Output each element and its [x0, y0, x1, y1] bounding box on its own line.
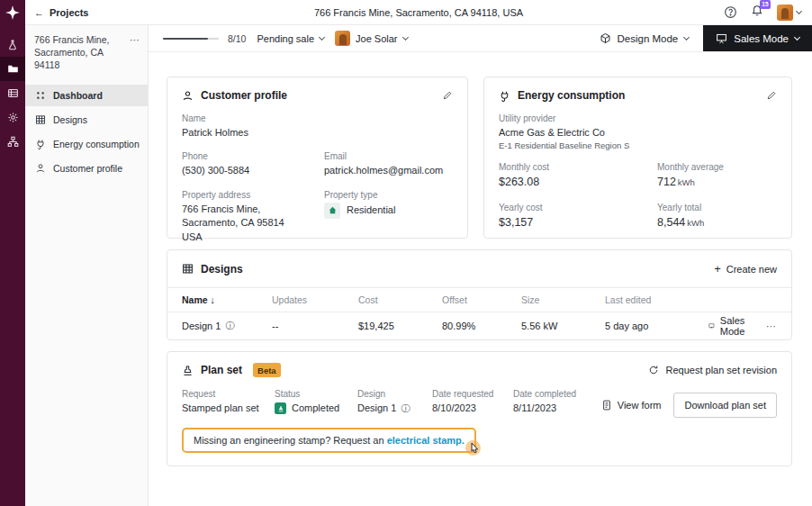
- sort-down-icon[interactable]: ↓: [211, 294, 215, 305]
- request-value: Stamped plan set: [182, 402, 275, 415]
- name-label: Name: [182, 113, 453, 123]
- designs-grid-icon: [182, 263, 194, 275]
- yearly-cost-value: $3,157: [499, 215, 657, 231]
- info-icon[interactable]: ⓘ: [401, 402, 410, 415]
- project-options-ellipsis-icon[interactable]: ⋯: [130, 33, 140, 72]
- design-size: 5.56 kW: [521, 321, 605, 331]
- chevron-down-icon: [319, 33, 325, 40]
- project-address-title: 766 Francis Mine, Sacramento, CA 94118, …: [25, 7, 812, 18]
- yearly-total-value: 8,544: [657, 216, 685, 229]
- edit-pencil-icon[interactable]: [766, 90, 777, 101]
- agent-dropdown[interactable]: Joe Solar: [335, 31, 407, 46]
- notification-count-badge: 15: [760, 0, 771, 9]
- request-plan-set-revision-button[interactable]: Request plan set revision: [648, 365, 777, 375]
- person-icon: [182, 90, 194, 102]
- sidebar-item-label: Energy consumption: [53, 139, 140, 149]
- sales-mode-button[interactable]: Sales Mode: [703, 25, 812, 51]
- plan-set-title: Plan set: [201, 364, 242, 376]
- back-label: Projects: [50, 7, 88, 18]
- email-label: Email: [324, 151, 443, 161]
- back-arrow-icon: ←: [34, 7, 44, 18]
- cube-icon: [600, 32, 611, 44]
- cursor-pointer: [464, 438, 485, 460]
- sidebar-item-designs[interactable]: Designs: [25, 109, 148, 131]
- designs-grid-icon: [35, 114, 46, 125]
- icon-rail: [0, 0, 25, 506]
- sidebar-item-label: Designs: [53, 114, 87, 125]
- monthly-average-value: 712: [657, 176, 676, 188]
- plan-design-value: Design 1: [357, 402, 396, 415]
- property-type-value: Residential: [347, 203, 395, 217]
- edit-pencil-icon[interactable]: [442, 90, 453, 101]
- status-label: Status: [275, 389, 357, 399]
- org-chart-icon[interactable]: [0, 130, 25, 154]
- project-sidebar: 766 Francis Mine, Sacramento, CA 94118 ⋯…: [25, 25, 149, 506]
- settings-gear-icon[interactable]: [0, 105, 25, 130]
- utility-provider-label: Utility provider: [499, 113, 777, 123]
- sidebar-item-customer-profile[interactable]: Customer profile: [25, 158, 148, 179]
- plus-icon: +: [714, 262, 721, 276]
- back-to-projects-button[interactable]: ← Projects: [34, 7, 88, 18]
- energy-consumption-card: Energy consumption Utility provider: [483, 77, 792, 239]
- list-icon[interactable]: [0, 81, 25, 105]
- aurora-logo-icon[interactable]: [0, 0, 25, 25]
- user-menu[interactable]: [777, 5, 801, 21]
- customer-name: Patrick Holmes: [182, 126, 453, 140]
- stamp-message: Missing an engineering stamp? Request an: [194, 435, 387, 446]
- kwh-unit: kWh: [678, 177, 695, 187]
- sidebar-item-dashboard[interactable]: Dashboard: [25, 85, 148, 106]
- download-plan-set-button[interactable]: Download plan set: [673, 393, 777, 418]
- designs-title: Designs: [201, 263, 243, 276]
- yearly-cost-label: Yearly cost: [499, 203, 657, 212]
- notifications-bell-icon[interactable]: 15: [751, 5, 763, 21]
- monthly-cost-label: Monthly cost: [499, 162, 657, 172]
- sidebar-item-energy-consumption[interactable]: Energy consumption: [25, 133, 148, 155]
- designs-card: Designs + Create new Name ↓ Updates Cost: [167, 249, 792, 340]
- status-dropdown-label: Pending sale: [257, 33, 314, 44]
- chevron-down-icon: [794, 33, 800, 40]
- row-options-ellipsis-icon[interactable]: ⋯: [766, 321, 777, 332]
- request-label: Request: [182, 389, 275, 399]
- status-dropdown[interactable]: Pending sale: [257, 33, 324, 44]
- refresh-icon: [648, 365, 659, 375]
- completed-stamp-icon: [275, 402, 286, 414]
- status-value: Completed: [292, 402, 339, 415]
- chevron-down-icon: [796, 7, 802, 14]
- top-bar: 766 Francis Mine, Sacramento, CA 94118, …: [25, 0, 812, 25]
- progress-bar-fill: [163, 38, 208, 40]
- design-mode-button[interactable]: Design Mode: [585, 32, 704, 44]
- create-new-button[interactable]: + Create new: [714, 262, 777, 276]
- agent-avatar: [335, 31, 350, 46]
- progress-bar: [163, 38, 219, 40]
- help-icon[interactable]: [724, 5, 737, 19]
- projects-folder-icon[interactable]: [0, 57, 25, 81]
- labs-flask-icon[interactable]: [0, 32, 25, 57]
- electrical-stamp-link[interactable]: electrical stamp.: [387, 435, 465, 446]
- row-sales-mode-button[interactable]: Sales Mode: [708, 315, 750, 337]
- yearly-total-label: Yearly total: [657, 203, 704, 212]
- design-table-row[interactable]: Design 1 ⓘ -- $19,425 80.99% 5.56 kW 5 d…: [167, 312, 791, 339]
- utility-rate-plan: E-1 Residential Baseline Region S: [499, 140, 777, 150]
- customer-email: patrick.holmes@gmail.com: [324, 164, 443, 177]
- date-requested-label: Date requested: [432, 389, 513, 399]
- progress-label: 8/10: [228, 33, 246, 44]
- property-type-label: Property type: [324, 190, 395, 200]
- user-avatar: [777, 5, 793, 21]
- utility-provider-name: Acme Gas & Electric Co: [499, 126, 777, 140]
- design-name[interactable]: Design 1: [182, 321, 221, 331]
- design-updates: --: [272, 321, 358, 331]
- person-icon: [35, 163, 46, 174]
- date-completed-value: 8/11/2023: [513, 402, 599, 415]
- agent-dropdown-label: Joe Solar: [356, 33, 397, 44]
- chevron-down-icon: [683, 33, 690, 40]
- view-form-button[interactable]: View form: [601, 400, 662, 411]
- design-offset: 80.99%: [442, 321, 521, 331]
- plug-icon: [35, 139, 46, 149]
- date-completed-label: Date completed: [513, 389, 599, 399]
- info-icon[interactable]: ⓘ: [225, 320, 234, 332]
- kwh-unit: kWh: [687, 218, 704, 228]
- monthly-cost-value: $263.08: [499, 175, 657, 191]
- beta-badge: Beta: [253, 363, 281, 377]
- design-label: Design: [357, 389, 432, 399]
- chevron-down-icon: [401, 33, 408, 40]
